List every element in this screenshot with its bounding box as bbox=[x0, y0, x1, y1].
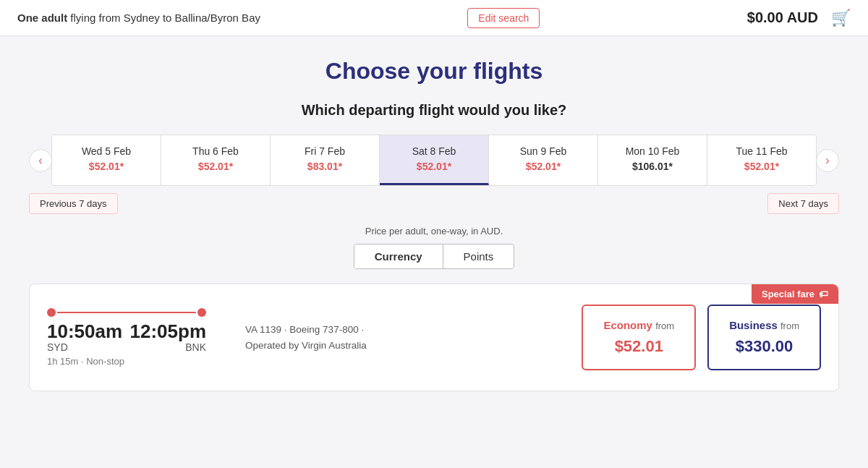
flight-number: VA 1139 bbox=[245, 324, 281, 335]
flight-details: VA 1139 · Boeing 737-800 · Operated by V… bbox=[224, 322, 564, 353]
cart-total-price: $0.00 AUD bbox=[747, 9, 818, 26]
top-bar: One adult flying from Sydney to Ballina/… bbox=[0, 0, 868, 36]
prev-next-row: Previous 7 days Next 7 days bbox=[29, 193, 839, 214]
fare-options: Economy from $52.01 Business from $330.0… bbox=[582, 305, 821, 370]
date-cell-1[interactable]: Thu 6 Feb$52.01* bbox=[161, 135, 271, 185]
section-subtitle: Which departing flight would you like? bbox=[29, 102, 839, 119]
next-7-days-button[interactable]: Next 7 days bbox=[767, 193, 839, 214]
date-cell-3[interactable]: Sat 8 Feb$52.01* bbox=[380, 135, 489, 185]
price-label: $52.01* bbox=[89, 161, 124, 172]
depart-dot bbox=[47, 308, 56, 317]
operator-text: Operated by Virgin Australia bbox=[245, 340, 367, 351]
price-info-text: Price per adult, one-way, in AUD. bbox=[29, 226, 839, 237]
points-toggle-button[interactable]: Points bbox=[443, 244, 514, 268]
main-content: Choose your flights Which departing flig… bbox=[14, 36, 854, 406]
day-label: Sun 9 Feb bbox=[495, 145, 592, 157]
arrive-airport: BNK bbox=[130, 342, 207, 353]
economy-price: $52.01 bbox=[603, 337, 674, 356]
times-row: 10:50am SYD 12:05pm BNK bbox=[47, 321, 206, 353]
flight-card: Special fare 🏷 10:50am SYD bbox=[29, 284, 839, 391]
price-label: $106.01* bbox=[632, 161, 673, 172]
date-cell-2[interactable]: Fri 7 Feb$83.01* bbox=[271, 135, 380, 185]
page-title: Choose your flights bbox=[29, 58, 839, 85]
price-label: $83.01* bbox=[307, 161, 342, 172]
arrive-time: 12:05pm bbox=[130, 321, 207, 342]
adult-label: One adult bbox=[17, 12, 67, 24]
aircraft-type: Boeing 737-800 bbox=[289, 324, 358, 335]
cart-icon[interactable]: 🛒 bbox=[831, 9, 851, 27]
day-label: Tue 11 Feb bbox=[713, 145, 810, 157]
arrive-block: 12:05pm BNK bbox=[130, 321, 207, 353]
tag-icon: 🏷 bbox=[819, 289, 828, 299]
business-label: Business from bbox=[729, 319, 799, 331]
flight-route bbox=[47, 308, 206, 317]
toggle-group: Currency Points bbox=[354, 244, 515, 269]
top-bar-right: $0.00 AUD 🛒 bbox=[747, 9, 851, 27]
price-label: $52.01* bbox=[198, 161, 233, 172]
depart-airport: SYD bbox=[47, 342, 122, 353]
economy-label: Economy from bbox=[603, 319, 674, 331]
arrive-dot bbox=[197, 308, 206, 317]
flight-times: 10:50am SYD 12:05pm BNK 1h 15m · Non-sto… bbox=[47, 308, 206, 367]
day-label: Thu 6 Feb bbox=[167, 145, 264, 157]
price-label: $52.01* bbox=[526, 161, 561, 172]
date-cell-0[interactable]: Wed 5 Feb$52.01* bbox=[52, 135, 161, 185]
special-fare-badge: Special fare 🏷 bbox=[752, 284, 838, 304]
depart-block: 10:50am SYD bbox=[47, 321, 122, 353]
route-text: flying from Sydney to Ballina/Byron Bay bbox=[70, 12, 260, 24]
date-cell-4[interactable]: Sun 9 Feb$52.01* bbox=[489, 135, 598, 185]
price-label: $52.01* bbox=[744, 161, 779, 172]
day-label: Sat 8 Feb bbox=[386, 145, 482, 157]
flight-card-inner: 10:50am SYD 12:05pm BNK 1h 15m · Non-sto… bbox=[47, 305, 821, 370]
day-label: Fri 7 Feb bbox=[276, 145, 373, 157]
price-label: $52.01* bbox=[417, 161, 451, 172]
date-cell-5[interactable]: Mon 10 Feb$106.01* bbox=[598, 135, 707, 185]
date-grid: Wed 5 Feb$52.01*Thu 6 Feb$52.01*Fri 7 Fe… bbox=[51, 135, 817, 186]
date-cell-6[interactable]: Tue 11 Feb$52.01* bbox=[707, 135, 816, 185]
business-fare-card[interactable]: Business from $330.00 bbox=[707, 305, 821, 370]
edit-search-button[interactable]: Edit search bbox=[467, 8, 540, 28]
price-info-row: Price per adult, one-way, in AUD. Curren… bbox=[29, 226, 839, 269]
business-price: $330.00 bbox=[729, 337, 799, 356]
date-next-button[interactable]: › bbox=[816, 149, 839, 172]
depart-time: 10:50am bbox=[47, 321, 122, 342]
previous-7-days-button[interactable]: Previous 7 days bbox=[29, 193, 118, 214]
special-fare-label: Special fare bbox=[762, 289, 814, 299]
date-selector: ‹ Wed 5 Feb$52.01*Thu 6 Feb$52.01*Fri 7 … bbox=[29, 135, 839, 186]
day-label: Mon 10 Feb bbox=[604, 145, 701, 157]
flight-info: One adult flying from Sydney to Ballina/… bbox=[17, 12, 260, 25]
currency-toggle-button[interactable]: Currency bbox=[354, 244, 443, 268]
date-prev-button[interactable]: ‹ bbox=[29, 149, 52, 172]
economy-fare-card[interactable]: Economy from $52.01 bbox=[582, 305, 696, 370]
flight-duration: 1h 15m · Non-stop bbox=[47, 356, 206, 367]
route-line bbox=[57, 312, 196, 313]
day-label: Wed 5 Feb bbox=[58, 145, 155, 157]
